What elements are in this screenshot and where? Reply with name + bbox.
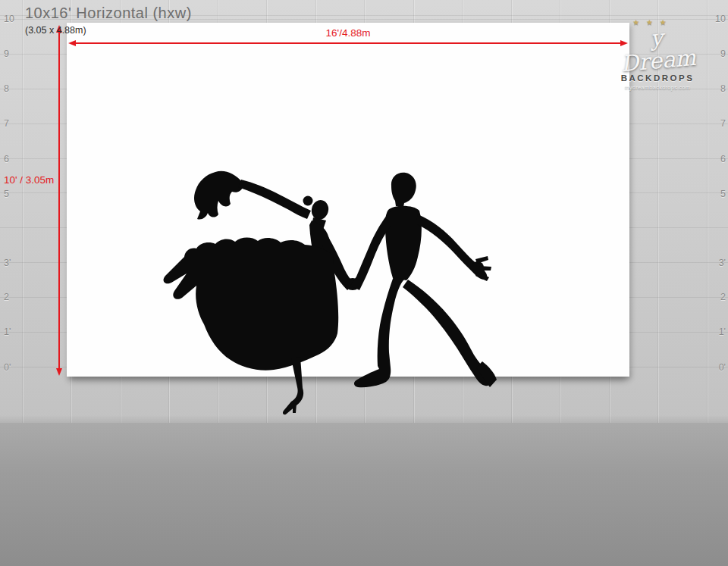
ruler-mark: 1' [4,327,24,337]
ruler-mark: 10 [4,14,24,24]
brand-logo: ★ ★ ★ y Dream BACKDROPS mydreambackdrops… [616,18,699,90]
man-back-leg-shoe [403,280,491,386]
ruler-mark: 8 [706,83,726,94]
ruler-mark: 3' [4,258,24,268]
ruler-mark: 0' [4,362,24,373]
ruler-mark: 0' [706,362,726,373]
man-front-leg-shoe [354,277,404,387]
ruler-mark: 5 [4,189,24,199]
height-dimension-label: 10' / 3.05m [4,174,54,186]
woman-shoe-heel [293,403,297,413]
studio-floor [0,423,728,566]
ruler-mark: 2 [4,292,24,302]
dancing-couple-silhouette [152,163,516,421]
ruler-mark: 3' [706,258,726,268]
ruler-mark: 8 [4,83,24,94]
ruler-mark: 9 [706,48,726,59]
ruler-mark: 2 [706,292,726,302]
ruler-mark: 10 [706,14,726,24]
dimension-line [58,31,60,370]
width-dimension: 16'/4.88m [68,40,628,46]
scarf [194,171,243,220]
page-title: 10x16' Horizontal (hxw) [25,5,192,22]
page-subtitle: (3.05 x 4.88m) [25,25,86,36]
ruler-mark: 7 [4,118,24,129]
dimension-line [74,42,622,44]
man-head [391,173,416,207]
dress [164,238,339,371]
woman-hair-bun [303,196,313,206]
ruler-mark: 6 [4,154,24,164]
ruler-mark: 1' [706,327,726,337]
ruler-mark: 7 [706,118,726,129]
woman-raised-arm [238,180,311,219]
ruler-mark: 9 [4,48,24,59]
logo-script-text: y Dream [614,23,701,75]
logo-site-text: mydreambackdrops.com [616,85,699,90]
width-dimension-label: 16'/4.88m [326,27,371,39]
ruler-mark: 5 [706,189,726,199]
height-dimension [56,25,62,376]
ruler-mark: 6 [706,154,726,164]
man-reaching-arm [350,211,391,290]
product-image: 10 9 8 7 6 5 3' 2 1' 0' 10 9 8 7 6 5 3' … [0,0,728,566]
